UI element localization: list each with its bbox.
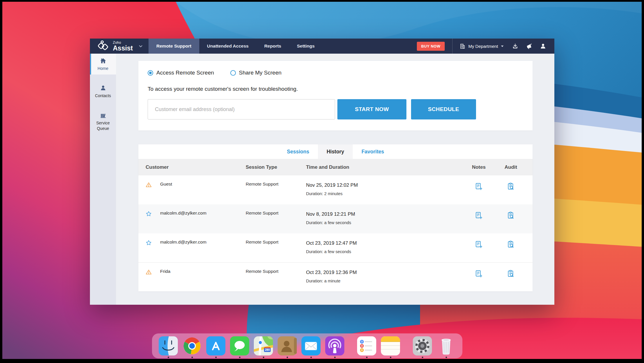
announcements-icon[interactable] bbox=[526, 43, 532, 49]
app-switcher-chevron[interactable] bbox=[137, 39, 149, 54]
view-audit-icon[interactable] bbox=[507, 241, 515, 248]
brand-name: Zoho bbox=[113, 41, 133, 44]
download-icon[interactable] bbox=[512, 43, 518, 49]
nav-settings[interactable]: Settings bbox=[289, 39, 322, 54]
dock-app-system-preferences[interactable] bbox=[413, 336, 432, 355]
desktop: Zoho Assist Remote SupportUnattended Acc… bbox=[2, 2, 642, 359]
table-header: Customer Session Type Time and Duration … bbox=[138, 159, 533, 175]
customer-status-icon bbox=[146, 210, 160, 217]
col-customer: Customer bbox=[146, 164, 246, 170]
radio-share-my-screen[interactable]: Share My Screen bbox=[230, 70, 282, 76]
sidebar-item-home[interactable]: Home bbox=[90, 54, 116, 75]
view-audit-icon[interactable] bbox=[507, 270, 515, 278]
dock-app-app-store[interactable] bbox=[206, 336, 225, 355]
main-content: Access Remote Screen Share My Screen To … bbox=[116, 54, 554, 305]
sidebar-item-label: Contacts bbox=[91, 93, 115, 98]
radio-icon bbox=[148, 70, 153, 76]
dock: 280 bbox=[152, 333, 462, 358]
sidebar-item-contacts[interactable]: Contacts bbox=[90, 81, 116, 102]
department-selector[interactable]: My Department bbox=[460, 43, 504, 49]
launcher-description: To access your remote customer's screen … bbox=[148, 86, 523, 92]
customer-status-icon bbox=[146, 182, 160, 188]
customer-name: Frida bbox=[160, 269, 246, 274]
tab-favorites[interactable]: Favorites bbox=[353, 144, 393, 159]
col-audit: Audit bbox=[495, 164, 527, 170]
dock-trash[interactable] bbox=[437, 336, 456, 355]
buy-now-button[interactable]: BUY NOW bbox=[417, 42, 445, 51]
sidebar-item-service-queue[interactable]: Service Queue bbox=[90, 108, 116, 134]
add-notes-icon[interactable] bbox=[475, 183, 483, 190]
tab-sessions[interactable]: Sessions bbox=[278, 144, 318, 159]
zoho-assist-logo[interactable]: Zoho Assist bbox=[90, 39, 137, 54]
dock-app-icon bbox=[357, 336, 376, 355]
dock-app-maps[interactable]: 280 bbox=[254, 336, 273, 355]
session-duration: Duration: 2 minutes bbox=[306, 191, 463, 196]
sessions-tabs: SessionsHistoryFavorites bbox=[138, 144, 533, 159]
start-now-button[interactable]: START NOW bbox=[337, 99, 406, 119]
dock-app-notes[interactable] bbox=[381, 336, 400, 355]
department-building-icon bbox=[460, 43, 466, 49]
customer-email-input[interactable] bbox=[148, 99, 335, 119]
table-row[interactable]: Frida Remote Support Oct 23, 2019 12:36 … bbox=[138, 262, 533, 291]
session-launcher-card: Access Remote Screen Share My Screen To … bbox=[138, 61, 533, 130]
nav-remote-support[interactable]: Remote Support bbox=[149, 39, 199, 54]
dock-app-icon bbox=[437, 336, 456, 355]
session-type: Remote Support bbox=[246, 210, 306, 216]
customer-status-icon bbox=[146, 239, 160, 246]
header-divider bbox=[452, 39, 453, 54]
dock-badge: 280 bbox=[264, 347, 271, 352]
session-time: Oct 23, 2019 12:47 PM bbox=[306, 240, 463, 246]
dock-app-contacts[interactable] bbox=[278, 336, 297, 355]
dock-app-podcasts[interactable] bbox=[325, 336, 344, 355]
nav-reports[interactable]: Reports bbox=[256, 39, 289, 54]
table-row[interactable]: malcolm.d@zylker.com Remote Support Nov … bbox=[138, 204, 533, 233]
add-notes-icon[interactable] bbox=[475, 241, 483, 248]
dock-app-icon bbox=[182, 336, 202, 355]
session-duration: Duration: a few seconds bbox=[306, 249, 463, 254]
dock-app-icon bbox=[206, 336, 225, 355]
add-notes-icon[interactable] bbox=[475, 270, 483, 278]
dock-app-messages[interactable] bbox=[230, 336, 249, 355]
add-notes-icon[interactable] bbox=[475, 212, 483, 219]
sidebar-item-icon bbox=[100, 57, 106, 64]
dock-app-icon bbox=[278, 336, 297, 355]
session-duration: Duration: a minute bbox=[306, 279, 463, 283]
session-mode-options: Access Remote Screen Share My Screen bbox=[148, 70, 523, 76]
radio-access-remote-screen[interactable]: Access Remote Screen bbox=[148, 70, 214, 76]
monitor-frame: Zoho Assist Remote SupportUnattended Acc… bbox=[0, 0, 644, 363]
product-name: Assist bbox=[113, 45, 133, 52]
launch-form: START NOW SCHEDULE bbox=[148, 99, 523, 119]
customer-name: Guest bbox=[160, 182, 246, 187]
dock-app-mail[interactable] bbox=[301, 336, 321, 355]
table-row[interactable]: Guest Remote Support Nov 25, 2019 12:02 … bbox=[138, 175, 533, 204]
zoho-assist-logo-icon bbox=[97, 40, 110, 52]
customer-name: malcolm.d@zylker.com bbox=[160, 239, 246, 245]
nav-unattended-access[interactable]: Unattended Access bbox=[199, 39, 256, 54]
dock-app-finder[interactable] bbox=[159, 336, 178, 355]
view-audit-icon[interactable] bbox=[507, 212, 515, 219]
sidebar: Home Contacts Service Queue bbox=[90, 54, 116, 305]
session-time: Oct 23, 2019 12:36 PM bbox=[306, 270, 463, 275]
sidebar-item-label: Home bbox=[91, 66, 115, 71]
table-row[interactable]: malcolm.d@zylker.com Remote Support Oct … bbox=[138, 233, 533, 262]
dock-app-icon bbox=[381, 336, 400, 355]
main-nav: Remote SupportUnattended AccessReportsSe… bbox=[149, 39, 323, 54]
tab-history[interactable]: History bbox=[318, 144, 353, 159]
app-header: Zoho Assist Remote SupportUnattended Acc… bbox=[90, 39, 554, 54]
dock-app-icon bbox=[301, 336, 321, 355]
dock-app-icon bbox=[230, 336, 249, 355]
account-icon[interactable] bbox=[540, 43, 546, 49]
radio-label: Access Remote Screen bbox=[156, 70, 214, 76]
schedule-button[interactable]: SCHEDULE bbox=[411, 99, 476, 119]
header-right: BUY NOW My Department bbox=[417, 39, 554, 54]
view-audit-icon[interactable] bbox=[507, 183, 515, 190]
sidebar-item-icon bbox=[100, 112, 106, 119]
app-window: Zoho Assist Remote SupportUnattended Acc… bbox=[90, 39, 554, 305]
dock-app-chrome[interactable] bbox=[182, 336, 202, 355]
dock-app-reminders[interactable] bbox=[357, 336, 376, 355]
col-session-type: Session Type bbox=[246, 164, 306, 170]
chevron-down-icon bbox=[501, 45, 504, 47]
dock-app-icon bbox=[159, 336, 178, 355]
dock-app-icon bbox=[325, 336, 344, 355]
department-label: My Department bbox=[468, 44, 498, 49]
